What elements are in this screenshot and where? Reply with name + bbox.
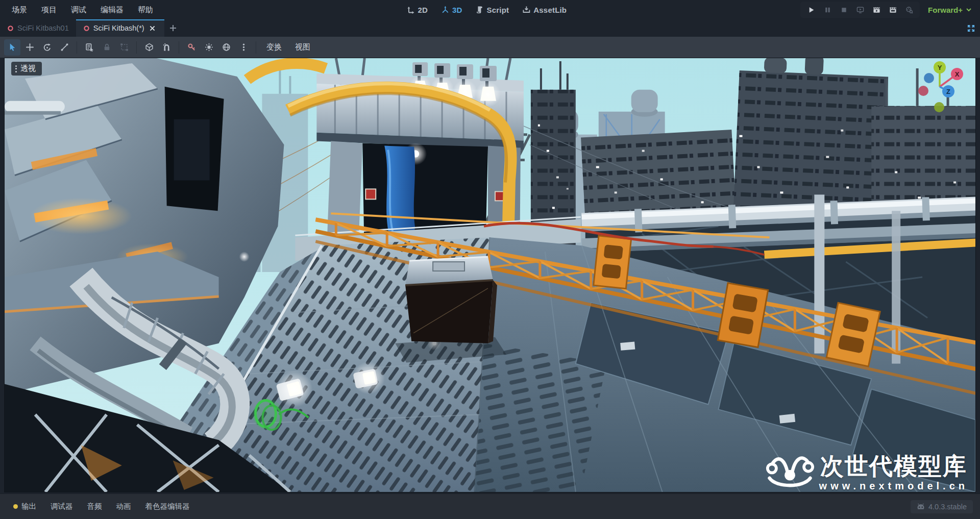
workspace-3d-button[interactable]: 3D [436,3,468,17]
renderer-selector[interactable]: Forward+ [925,4,975,16]
rotate-icon [43,43,52,52]
pause-button[interactable] [820,3,835,17]
bottom-panel-bar: 输出 调试器 音频 动画 着色器编辑器 4.0.3.stable [0,493,980,519]
output-indicator-dot [13,504,18,509]
group-icon [120,43,129,52]
stop-icon [840,6,848,14]
scale-icon [60,43,69,52]
panel-debugger[interactable]: 调试器 [44,498,79,515]
close-icon [150,26,155,31]
scene-icon [83,25,90,32]
lock-icon [103,43,111,52]
panel-animation[interactable]: 动画 [110,498,137,515]
play-button[interactable] [803,3,819,17]
menu-group: 场景 项目 调试 编辑器 帮助 [0,3,160,17]
play-icon [807,6,815,14]
toolbar-separator [179,41,179,54]
close-tab-button[interactable] [148,23,157,33]
select-mode-button[interactable] [4,39,20,56]
expand-icon [967,24,975,32]
workspace-script-button[interactable]: Script [471,3,514,17]
play-custom-scene-button[interactable] [885,3,900,17]
group-button[interactable] [116,39,132,56]
svg-text:Z: Z [946,88,950,95]
cube-icon [145,43,154,52]
scene-icon [7,25,14,32]
playback-area: Forward+ [800,0,975,19]
sun-icon [205,43,213,52]
move-mode-button[interactable] [21,39,38,56]
orange-panel [594,236,631,289]
preview-sun-button[interactable] [201,39,217,56]
scale-mode-button[interactable] [56,39,72,56]
menu-debug[interactable]: 调试 [64,3,93,17]
plus-icon [169,24,177,32]
version-info: 4.0.3.stable [911,500,973,513]
scene-render [5,58,975,492]
panel-output[interactable]: 输出 [7,498,42,515]
svg-text:X: X [955,70,960,78]
godot-editor-window: 场景 项目 调试 编辑器 帮助 2D 3D Script AssetLib [0,0,980,519]
snap-button[interactable] [158,39,175,56]
menu-scene[interactable]: 场景 [5,3,34,17]
spatial-toolbar: 变换 视图 [0,37,980,58]
view-menu[interactable]: 视图 [289,39,316,55]
move-icon [26,43,34,52]
sun-environment-menu-button[interactable] [235,39,252,56]
axis-neg-y-ball[interactable] [934,102,944,112]
scene-tab-kitbash-active[interactable]: SciFi Kitbash(*) [76,19,164,37]
select-arrow-icon [8,43,17,52]
menu-help[interactable]: 帮助 [131,3,160,17]
toolbar-separator [77,41,77,54]
clapper-play-icon [873,6,880,14]
chip-menu-dots-icon [15,65,17,72]
clapper-icon [889,6,897,14]
cargo-crate [395,257,506,363]
view-mode-chip[interactable]: 透视 [11,62,42,76]
assetlib-icon [522,6,530,14]
monitor-play-icon [856,6,864,14]
rotate-mode-button[interactable] [39,39,55,56]
menu-editor[interactable]: 编辑器 [94,3,130,17]
toolbar-separator [136,41,137,54]
pause-icon [824,6,831,14]
toolbar-separator [256,41,256,54]
workspace-assetlib-button[interactable]: AssetLib [517,3,572,17]
playback-controls [800,2,920,18]
panel-audio[interactable]: 音频 [81,498,108,515]
animation-key-button[interactable] [183,39,200,56]
panel-shader-editor[interactable]: 着色器编辑器 [139,498,196,515]
scene-tab-kitbash01[interactable]: SciFi Kitbash01 [0,19,76,37]
axis-neg-z-ball[interactable] [924,73,934,83]
axis-gizmo[interactable]: Y X Z [908,60,969,116]
hazard-sign [365,189,376,199]
axis-neg-x-ball[interactable] [918,86,928,96]
list-select-button[interactable] [81,39,97,56]
main-menu-bar: 场景 项目 调试 编辑器 帮助 2D 3D Script AssetLib [0,0,980,19]
workspace-2d-button[interactable]: 2D [401,3,433,17]
script-icon [476,6,484,14]
local-space-button[interactable] [141,39,157,56]
magnet-icon [162,43,171,52]
menu-project[interactable]: 项目 [35,3,63,17]
list-select-icon [85,43,94,52]
key-icon [187,43,196,52]
movie-maker-button[interactable] [901,3,917,17]
movie-reel-icon [905,6,913,14]
play-scene-button[interactable] [869,3,884,17]
3d-icon [441,6,449,14]
godot-logo-icon [917,503,925,510]
preview-environment-button[interactable] [218,39,234,56]
stop-button[interactable] [836,3,851,17]
environment-globe-icon [222,43,231,52]
play-remote-button[interactable] [852,3,868,17]
distraction-free-button[interactable] [962,19,980,37]
add-scene-tab-button[interactable] [164,19,182,37]
svg-text:Y: Y [938,64,942,71]
2d-icon [406,6,414,14]
chevron-down-icon [966,7,972,13]
kebab-menu-icon [239,43,248,52]
lock-button[interactable] [99,39,115,56]
3d-viewport[interactable]: 透视 Y X Z [4,58,976,492]
transform-menu[interactable]: 变换 [260,39,288,55]
